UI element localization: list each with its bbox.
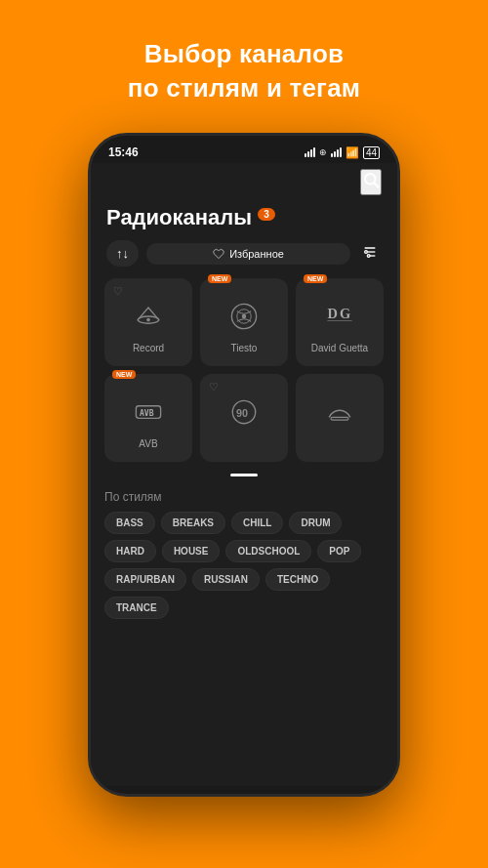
tag-chip-rap-urban[interactable]: RAP/URBAN bbox=[104, 568, 186, 591]
tag-chip-chill[interactable]: CHILL bbox=[231, 512, 283, 534]
svg-point-8 bbox=[146, 318, 150, 322]
record-logo bbox=[128, 296, 169, 337]
wifi-icon: 📶 bbox=[346, 146, 359, 159]
avb-new-badge: NEW bbox=[112, 370, 136, 379]
notification-badge: 3 bbox=[258, 208, 275, 221]
styles-section-title: По стилям bbox=[104, 490, 384, 504]
status-time: 15:46 bbox=[108, 145, 139, 159]
svg-point-11 bbox=[242, 314, 247, 319]
header-title: Выбор каналов по стилям и тегам bbox=[128, 37, 360, 105]
battery-icon: 44 bbox=[363, 146, 380, 159]
phone-mockup: 15:46 ⊕ 📶 44 bbox=[88, 133, 400, 797]
phone-content: Радиоканалы 3 ↑↓ Избранное bbox=[91, 163, 397, 786]
svg-text:90: 90 bbox=[236, 407, 248, 419]
svg-point-5 bbox=[365, 251, 368, 254]
tag-chip-house[interactable]: HOUSE bbox=[162, 540, 221, 562]
status-icons: ⊕ 📶 44 bbox=[305, 146, 380, 159]
phone-frame: 15:46 ⊕ 📶 44 bbox=[88, 133, 400, 797]
radio-card-record[interactable]: ♡ Record bbox=[104, 278, 192, 366]
svg-text:AVB: AVB bbox=[140, 408, 154, 418]
tag-chip-pop[interactable]: POP bbox=[317, 540, 361, 562]
avb-card-name: AVB bbox=[139, 438, 157, 449]
favorites-button[interactable]: Избранное bbox=[146, 243, 350, 265]
radio-card-avb[interactable]: NEW AVB AVB bbox=[104, 374, 192, 462]
heart-icon-radio90: ♡ bbox=[209, 381, 219, 393]
tag-chip-hard[interactable]: HARD bbox=[104, 540, 156, 562]
svg-point-6 bbox=[367, 255, 370, 258]
filter-settings-button[interactable] bbox=[358, 240, 382, 267]
tag-chip-oldschool[interactable]: OLDSCHOOL bbox=[225, 540, 311, 562]
svg-line-1 bbox=[375, 184, 379, 187]
svg-text:D: D bbox=[327, 306, 337, 321]
radio-cards-grid: ♡ Record NEW bbox=[91, 278, 397, 470]
record-card-name: Record bbox=[133, 343, 164, 353]
title-section: Радиоканалы 3 bbox=[91, 201, 397, 240]
dg-logo: D G bbox=[319, 296, 360, 337]
tag-chip-breaks[interactable]: BREAKS bbox=[161, 512, 225, 534]
signal-icon2 bbox=[331, 147, 342, 157]
tiesto-card-name: Tiesto bbox=[231, 343, 258, 353]
svg-rect-19 bbox=[331, 418, 348, 421]
sort-button[interactable]: ↑↓ bbox=[106, 240, 139, 267]
favorites-label: Избранное bbox=[229, 248, 284, 260]
radio-card-tiesto[interactable]: NEW Tiesto bbox=[200, 278, 288, 366]
scroll-dot-1 bbox=[230, 474, 258, 476]
header-line1: Выбор каналов bbox=[144, 39, 344, 68]
styles-section: По стилям BASSBREAKSCHILLDRUMHARDHOUSEOL… bbox=[91, 484, 397, 627]
status-bar: 15:46 ⊕ 📶 44 bbox=[91, 136, 397, 163]
tag-chip-trance[interactable]: TRANCE bbox=[104, 597, 169, 619]
avb-logo: AVB bbox=[128, 392, 169, 433]
tag-chip-russian[interactable]: RUSSIAN bbox=[192, 568, 260, 591]
scroll-indicator bbox=[91, 470, 397, 484]
radio-card-lounge[interactable] bbox=[296, 374, 384, 462]
radio90-logo: 90 bbox=[224, 392, 264, 433]
heart-icon-record: ♡ bbox=[113, 285, 123, 298]
svg-text:G: G bbox=[340, 306, 350, 321]
tiesto-new-badge: NEW bbox=[208, 274, 231, 283]
svg-point-0 bbox=[365, 174, 376, 185]
lounge-logo bbox=[319, 392, 360, 433]
top-bar bbox=[91, 163, 397, 201]
signal-icon bbox=[305, 147, 315, 157]
filter-bar: ↑↓ Избранное bbox=[91, 240, 397, 278]
radio-card-david-guetta[interactable]: NEW D G David Guetta bbox=[296, 278, 384, 366]
tag-chip-techno[interactable]: TECHNO bbox=[265, 568, 330, 591]
tiesto-logo bbox=[224, 296, 264, 337]
page-title: Радиоканалы bbox=[106, 205, 252, 230]
header-line2: по стилям и тегам bbox=[128, 73, 360, 103]
data-icon: ⊕ bbox=[319, 147, 327, 157]
tag-chip-drum[interactable]: DRUM bbox=[289, 512, 342, 534]
search-button[interactable] bbox=[360, 169, 382, 195]
tag-chip-bass[interactable]: BASS bbox=[104, 512, 155, 534]
tags-row: BASSBREAKSCHILLDRUMHARDHOUSEOLDSCHOOLPOP… bbox=[104, 512, 384, 619]
radio-card-radio90[interactable]: ♡ 90 bbox=[200, 374, 288, 462]
dg-new-badge: NEW bbox=[304, 274, 327, 283]
dg-card-name: David Guetta bbox=[311, 343, 368, 353]
notch bbox=[210, 136, 278, 153]
